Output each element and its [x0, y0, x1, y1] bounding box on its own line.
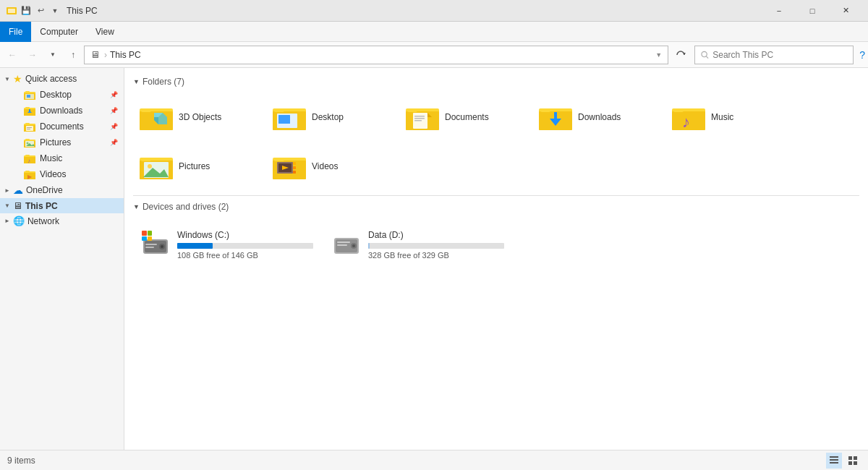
title-bar-icons: 💾 ↩ ▼ — [6, 5, 61, 17]
3dobjects-label: 3D Objects — [179, 112, 221, 122]
svg-rect-44 — [278, 115, 290, 124]
drives-chevron: ▼ — [133, 203, 140, 210]
address-dropdown[interactable]: ▼ — [655, 51, 662, 59]
svg-rect-75 — [293, 171, 296, 174]
refresh-button[interactable] — [671, 46, 690, 64]
svg-rect-95 — [854, 461, 857, 465]
music-folder-icon: ♪ — [23, 153, 36, 164]
svg-rect-85 — [337, 242, 350, 243]
documents-pin-icon: 📌 — [110, 123, 118, 130]
c-drive-name: Windows (C:) — [177, 230, 313, 240]
sidebar: ▼ ★ Quick access Desktop 📌 — [0, 68, 124, 450]
menu-view[interactable]: View — [87, 22, 123, 42]
close-button[interactable]: ✕ — [829, 0, 862, 22]
drives-grid: Windows (C:) 108 GB free of 146 GB — [133, 219, 859, 270]
folder-item-videos[interactable]: Videos — [266, 143, 396, 189]
folder-item-desktop[interactable]: Desktop — [266, 94, 396, 140]
documents-label-large: Documents — [445, 112, 489, 122]
dropdown-icon[interactable]: ▼ — [49, 5, 61, 17]
svg-rect-47 — [407, 108, 417, 112]
svg-rect-1 — [8, 9, 15, 13]
sidebar-item-documents[interactable]: Documents 📌 — [9, 119, 124, 134]
folder-item-downloads[interactable]: Downloads — [532, 94, 663, 140]
sidebar-item-videos[interactable]: ▶ Videos — [9, 166, 124, 182]
downloads-label-large: Downloads — [578, 112, 621, 122]
sidebar-network-header[interactable]: ► 🌐 Network — [0, 213, 124, 228]
folder-item-pictures[interactable]: Pictures — [133, 143, 263, 189]
sidebar-downloads-label: Downloads — [40, 106, 109, 116]
videos-icon-large — [273, 150, 306, 183]
3dobjects-icon — [140, 101, 173, 134]
minimize-button[interactable]: − — [762, 0, 796, 22]
svg-rect-36 — [141, 108, 151, 112]
svg-rect-60 — [673, 108, 684, 112]
svg-point-88 — [352, 244, 355, 247]
search-icon — [701, 51, 709, 59]
large-icons-view-button[interactable] — [845, 453, 861, 469]
search-box[interactable] — [694, 46, 854, 64]
desktop-icon-large — [273, 101, 306, 134]
onedrive-chevron: ► — [4, 187, 10, 194]
onedrive-label: OneDrive — [26, 185, 63, 195]
folders-section-header[interactable]: ▼ Folders (7) — [133, 77, 859, 87]
back-button[interactable]: ← — [3, 46, 22, 64]
onedrive-cloud-icon: ☁ — [13, 184, 23, 196]
svg-rect-91 — [830, 462, 838, 463]
svg-text:♪: ♪ — [27, 158, 30, 163]
folder-item-documents[interactable]: Documents — [399, 94, 529, 140]
drive-item-c[interactable]: Windows (C:) 108 GB free of 146 GB — [133, 219, 321, 270]
undo-icon[interactable]: ↩ — [35, 5, 46, 17]
svg-rect-94 — [848, 461, 852, 465]
music-label-large: Music — [711, 112, 733, 122]
details-view-button[interactable] — [826, 453, 842, 469]
menu-file[interactable]: File — [0, 22, 31, 42]
sidebar-onedrive-header[interactable]: ► ☁ OneDrive — [0, 182, 124, 198]
svg-rect-18 — [27, 127, 32, 128]
folder-item-music[interactable]: ♪ Music — [665, 94, 796, 140]
d-drive-bar-fill — [368, 243, 370, 249]
address-box[interactable]: 🖥 › This PC ▼ — [84, 46, 668, 64]
c-drive-info: Windows (C:) 108 GB free of 146 GB — [177, 230, 313, 260]
svg-text:▶: ▶ — [27, 174, 33, 179]
window-controls: − □ ✕ — [762, 0, 862, 22]
drives-section-header[interactable]: ▼ Devices and drives (2) — [133, 202, 859, 212]
svg-rect-93 — [854, 456, 857, 460]
sidebar-item-pictures[interactable]: Pictures 📌 — [9, 134, 124, 150]
sidebar-item-desktop[interactable]: Desktop 📌 — [9, 87, 124, 103]
svg-line-3 — [707, 56, 709, 58]
address-bar: ← → ▼ ↑ 🖥 › This PC ▼ ? — [0, 42, 868, 68]
svg-point-2 — [702, 51, 707, 56]
downloads-icon-large — [539, 101, 572, 134]
drive-item-d[interactable]: Data (D:) 328 GB free of 329 GB — [324, 219, 512, 270]
thispc-chevron: ▼ — [4, 202, 10, 209]
save-icon[interactable]: 💾 — [20, 5, 32, 17]
folders-section-label: Folders (7) — [142, 77, 184, 87]
d-drive-bar-bg — [368, 243, 504, 249]
svg-rect-90 — [830, 459, 838, 461]
svg-rect-6 — [25, 91, 30, 93]
search-input[interactable] — [712, 50, 847, 60]
quickaccess-chevron: ▼ — [4, 76, 10, 82]
forward-button[interactable]: → — [23, 46, 42, 64]
sidebar-quickaccess-header[interactable]: ▼ ★ Quick access — [0, 71, 124, 87]
svg-rect-92 — [848, 456, 852, 460]
folder-item-3dobjects[interactable]: 3D Objects — [133, 94, 263, 140]
help-button[interactable]: ? — [859, 49, 865, 61]
svg-rect-55 — [540, 108, 550, 112]
c-drive-bar-bg — [177, 243, 313, 249]
title-bar: 💾 ↩ ▼ This PC − □ ✕ — [0, 0, 868, 22]
menu-bar: File Computer View — [0, 22, 868, 42]
menu-computer[interactable]: Computer — [31, 22, 87, 42]
sidebar-thispc-header[interactable]: ▼ 🖥 This PC — [0, 198, 124, 213]
downloads-folder-icon — [23, 105, 36, 116]
videos-label-large: Videos — [312, 161, 338, 171]
recent-locations-button[interactable]: ▼ — [43, 46, 62, 64]
sidebar-item-music[interactable]: ♪ Music — [9, 150, 124, 166]
sidebar-item-downloads[interactable]: Downloads 📌 — [9, 103, 124, 119]
maximize-button[interactable]: □ — [796, 0, 829, 22]
svg-rect-89 — [830, 456, 838, 458]
d-drive-icon — [332, 230, 361, 259]
up-button[interactable]: ↑ — [64, 46, 82, 64]
network-icon: 🌐 — [13, 215, 25, 226]
svg-rect-52 — [414, 120, 422, 121]
